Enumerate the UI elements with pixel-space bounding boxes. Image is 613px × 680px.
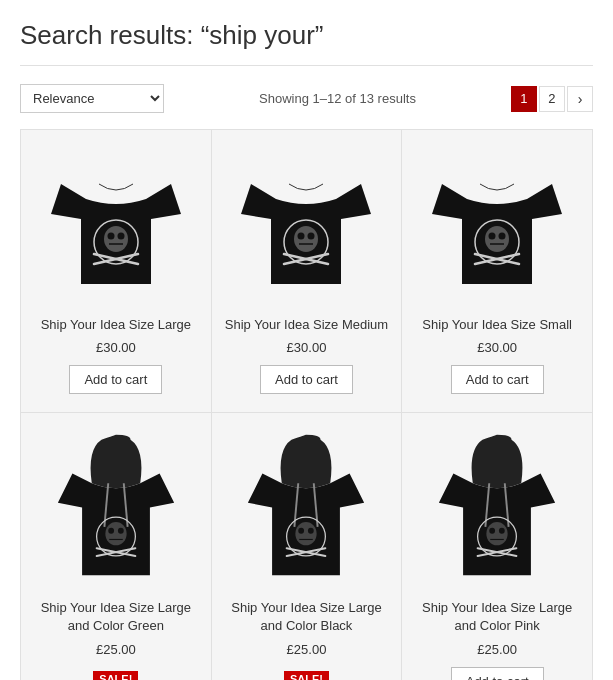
sort-select[interactable]: Relevance Popularity Price: Low to High … xyxy=(20,84,164,113)
product-card: Ship Your Idea Size Small£30.00Add to ca… xyxy=(402,130,593,413)
product-card: Ship Your Idea Size Large£30.00Add to ca… xyxy=(21,130,212,413)
svg-point-25 xyxy=(108,528,114,534)
add-to-cart-button[interactable]: Add to cart xyxy=(260,365,353,394)
svg-point-16 xyxy=(489,233,496,240)
add-to-cart-button[interactable]: Add to cart xyxy=(451,667,544,680)
product-image-wrapper xyxy=(222,427,392,587)
sale-badge: SALE! xyxy=(93,671,138,680)
product-image-wrapper xyxy=(31,427,201,587)
product-price: £25.00 xyxy=(477,642,517,657)
page-wrapper: Search results: “ship your” Relevance Po… xyxy=(0,0,613,680)
product-price: £30.00 xyxy=(477,340,517,355)
results-count: Showing 1–12 of 13 results xyxy=(259,91,416,106)
product-card: Ship Your Idea Size Large and Color Gree… xyxy=(21,413,212,680)
svg-point-8 xyxy=(294,226,318,252)
svg-point-3 xyxy=(117,233,124,240)
product-image-wrapper xyxy=(412,427,582,587)
page-2-button[interactable]: 2 xyxy=(539,86,565,112)
product-image-wrapper xyxy=(412,144,582,304)
svg-point-34 xyxy=(299,528,305,534)
products-grid: Ship Your Idea Size Large£30.00Add to ca… xyxy=(20,129,593,680)
product-price: £25.00 xyxy=(96,642,136,657)
product-price: £30.00 xyxy=(96,340,136,355)
product-card: Ship Your Idea Size Large and Color Pink… xyxy=(402,413,593,680)
svg-point-17 xyxy=(499,233,506,240)
svg-point-2 xyxy=(107,233,114,240)
product-image-wrapper xyxy=(222,144,392,304)
product-name: Ship Your Idea Size Small xyxy=(422,316,572,334)
add-to-cart-button[interactable]: Add to cart xyxy=(69,365,162,394)
page-1-button[interactable]: 1 xyxy=(511,86,537,112)
svg-point-1 xyxy=(104,226,128,252)
pagination: 1 2 › xyxy=(511,86,593,112)
svg-point-24 xyxy=(105,522,126,545)
product-price: £25.00 xyxy=(287,642,327,657)
svg-point-9 xyxy=(298,233,305,240)
svg-point-43 xyxy=(489,528,495,534)
svg-point-10 xyxy=(308,233,315,240)
product-name: Ship Your Idea Size Large and Color Gree… xyxy=(31,599,201,635)
search-title: Search results: “ship your” xyxy=(20,20,593,66)
product-name: Ship Your Idea Size Large xyxy=(41,316,191,334)
product-card: Ship Your Idea Size Medium£30.00Add to c… xyxy=(212,130,403,413)
next-page-button[interactable]: › xyxy=(567,86,593,112)
product-image-wrapper xyxy=(31,144,201,304)
svg-point-33 xyxy=(296,522,317,545)
svg-point-35 xyxy=(308,528,314,534)
product-card: Ship Your Idea Size Large and Color Blac… xyxy=(212,413,403,680)
svg-point-26 xyxy=(118,528,124,534)
toolbar: Relevance Popularity Price: Low to High … xyxy=(20,84,593,113)
sale-badge: SALE! xyxy=(284,671,329,680)
add-to-cart-button[interactable]: Add to cart xyxy=(451,365,544,394)
svg-point-42 xyxy=(487,522,508,545)
product-name: Ship Your Idea Size Large and Color Pink xyxy=(412,599,582,635)
svg-point-15 xyxy=(485,226,509,252)
product-name: Ship Your Idea Size Medium xyxy=(225,316,388,334)
product-price: £30.00 xyxy=(287,340,327,355)
svg-point-44 xyxy=(499,528,505,534)
product-name: Ship Your Idea Size Large and Color Blac… xyxy=(222,599,392,635)
